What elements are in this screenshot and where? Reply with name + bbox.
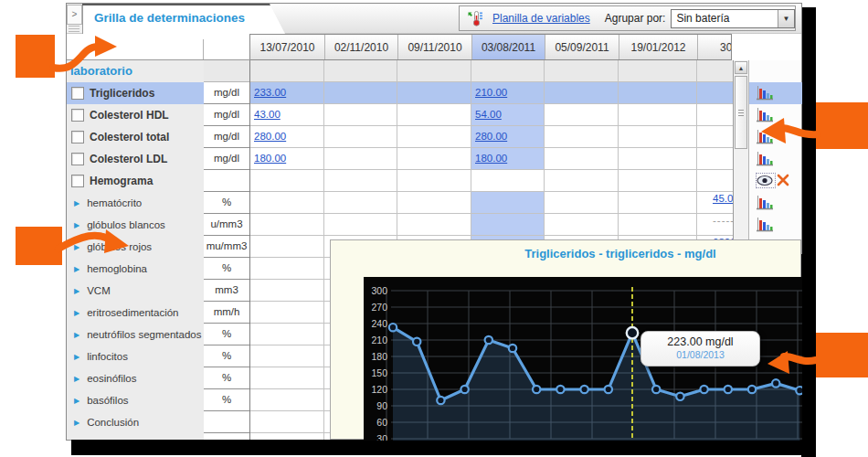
grid-cell[interactable]: 54.00 bbox=[471, 104, 545, 126]
grid-cell[interactable] bbox=[545, 192, 619, 214]
checkbox[interactable] bbox=[71, 109, 84, 122]
grid-cell[interactable] bbox=[397, 148, 471, 170]
grid-cell[interactable] bbox=[397, 170, 471, 192]
dropdown-arrow-icon[interactable]: ▼ bbox=[778, 10, 794, 27]
expand-arrow-icon[interactable]: ▶ bbox=[74, 375, 79, 383]
grid-cell[interactable] bbox=[619, 82, 697, 104]
grid-cell[interactable] bbox=[250, 345, 324, 367]
value-link[interactable]: 210.00 bbox=[475, 87, 507, 98]
grid-cell[interactable] bbox=[250, 258, 324, 280]
sidebar-item-trigliceridos[interactable]: Trigliceridos bbox=[67, 82, 204, 104]
expand-arrow-icon[interactable]: ▶ bbox=[74, 265, 79, 273]
sidebar-item-gl-bulos-blancos[interactable]: ▶glóbulos blancos bbox=[67, 214, 204, 236]
grid-cell[interactable] bbox=[250, 433, 324, 440]
grid-cell[interactable] bbox=[619, 148, 697, 170]
expand-arrow-icon[interactable]: ▶ bbox=[74, 419, 79, 427]
grid-cell[interactable]: 180.00 bbox=[250, 148, 324, 170]
sidebar-item-colesterol-total[interactable]: Colesterol total bbox=[67, 126, 204, 148]
grid-cell[interactable] bbox=[250, 367, 324, 389]
grid-cell[interactable]: 43.00 bbox=[250, 104, 324, 126]
grid-cell[interactable] bbox=[250, 280, 324, 302]
grid-cell[interactable] bbox=[545, 170, 619, 192]
value-link[interactable]: 233.00 bbox=[254, 87, 286, 98]
sidebar-item-eosin-filos[interactable]: ▶eosinófilos bbox=[67, 367, 204, 389]
value-link[interactable]: 280.00 bbox=[475, 131, 507, 142]
grid-cell[interactable] bbox=[619, 126, 697, 148]
grid-cell[interactable]: 45.00 bbox=[697, 192, 733, 214]
grid-cell[interactable] bbox=[545, 214, 619, 236]
bar-chart-icon[interactable] bbox=[756, 195, 774, 215]
grid-cell[interactable] bbox=[324, 126, 397, 148]
grid-cell[interactable] bbox=[324, 214, 397, 236]
date-header-6[interactable]: 30/ bbox=[697, 35, 732, 59]
grid-cell[interactable] bbox=[324, 148, 397, 170]
grid-cell[interactable] bbox=[619, 104, 697, 126]
date-header-4[interactable]: 05/09/2011 bbox=[545, 35, 619, 59]
grid-cell[interactable] bbox=[471, 214, 545, 236]
grid-cell[interactable] bbox=[250, 324, 324, 345]
sidebar-item-hemat-crito[interactable]: ▶hematócrito bbox=[67, 192, 204, 214]
date-header-0[interactable]: 13/07/2010 bbox=[250, 35, 324, 59]
grid-cell[interactable]: 210.00 bbox=[471, 82, 545, 104]
planilla-de-variables-link[interactable]: Planilla de variables bbox=[492, 12, 590, 25]
grid-cell[interactable] bbox=[250, 389, 324, 411]
grid-cell[interactable] bbox=[397, 126, 471, 148]
grid-cell[interactable] bbox=[619, 170, 697, 192]
grid-cell[interactable] bbox=[697, 82, 733, 104]
sidebar-item-bas-filos[interactable]: ▶basófilos bbox=[67, 389, 204, 411]
sidebar-item-eritrosedimentaci-n[interactable]: ▶eritrosedimentación bbox=[67, 302, 204, 324]
date-header-5[interactable]: 19/01/2012 bbox=[619, 35, 697, 59]
grid-cell[interactable] bbox=[250, 411, 324, 433]
value-link[interactable]: 45.00 bbox=[713, 193, 733, 204]
expand-arrow-icon[interactable]: ▶ bbox=[74, 287, 79, 295]
value-link[interactable]: 280.00 bbox=[254, 131, 286, 142]
scrollbar-thumb[interactable] bbox=[735, 76, 747, 149]
grid-cell[interactable]: ------- bbox=[697, 214, 733, 236]
grid-cell[interactable] bbox=[697, 126, 733, 148]
checkbox[interactable] bbox=[71, 153, 84, 165]
eye-and-delete-icons[interactable] bbox=[756, 173, 790, 189]
grid-cell[interactable] bbox=[545, 82, 619, 104]
expand-arrow-icon[interactable]: ▶ bbox=[74, 397, 79, 405]
value-link[interactable]: 54.00 bbox=[475, 109, 502, 120]
grid-cell[interactable] bbox=[697, 148, 733, 170]
grid-cell[interactable] bbox=[250, 302, 324, 324]
grid-cell[interactable] bbox=[697, 170, 733, 192]
grid-cell[interactable]: 280.00 bbox=[250, 126, 324, 148]
checkbox[interactable] bbox=[71, 131, 84, 143]
grid-cell[interactable] bbox=[250, 236, 324, 258]
expand-arrow-icon[interactable]: ▶ bbox=[74, 243, 79, 251]
grid-cell[interactable] bbox=[250, 192, 324, 214]
collapse-icon[interactable]: > bbox=[67, 5, 82, 25]
grid-cell[interactable] bbox=[545, 126, 619, 148]
grid-cell[interactable] bbox=[397, 82, 471, 104]
grid-cell[interactable] bbox=[397, 214, 471, 236]
grid-cell[interactable]: 233.00 bbox=[250, 82, 324, 104]
grid-cell[interactable] bbox=[471, 170, 545, 192]
grid-cell[interactable] bbox=[324, 170, 397, 192]
date-header-3[interactable]: 03/08/2011 bbox=[471, 35, 545, 59]
grid-cell[interactable] bbox=[619, 214, 697, 236]
bar-chart-icon[interactable] bbox=[756, 217, 774, 237]
grid-cell[interactable] bbox=[619, 192, 697, 214]
expand-arrow-icon[interactable]: ▶ bbox=[74, 221, 79, 229]
grid-cell[interactable] bbox=[471, 192, 545, 214]
sidebar-item-colesterol-hdl[interactable]: Colesterol HDL bbox=[67, 104, 204, 126]
sidebar-item-linfocitos[interactable]: ▶linfocitos bbox=[67, 345, 204, 367]
sidebar-item-conclusi-n[interactable]: ▶Conclusión bbox=[67, 411, 204, 433]
grid-cell[interactable] bbox=[545, 148, 619, 170]
grid-cell[interactable] bbox=[397, 192, 471, 214]
expand-arrow-icon[interactable]: ▶ bbox=[74, 353, 79, 361]
scroll-up-button[interactable]: ▲ bbox=[735, 61, 747, 74]
sidebar-item-vcm[interactable]: ▶VCM bbox=[67, 280, 204, 302]
date-header-2[interactable]: 09/11/2010 bbox=[397, 35, 471, 59]
bar-chart-icon[interactable] bbox=[756, 129, 774, 149]
grid-cell[interactable] bbox=[250, 214, 324, 236]
value-link[interactable]: 180.00 bbox=[254, 153, 286, 164]
collapse-splitter[interactable]: > bbox=[67, 4, 83, 33]
grid-cell[interactable] bbox=[697, 104, 733, 126]
grid-cell[interactable]: 180.00 bbox=[471, 148, 545, 170]
sidebar-item-colesterol-ldl[interactable]: Colesterol LDL bbox=[67, 148, 204, 170]
group-by-select[interactable]: Sin batería ▼ bbox=[671, 9, 795, 28]
grid-cell[interactable] bbox=[250, 170, 324, 192]
